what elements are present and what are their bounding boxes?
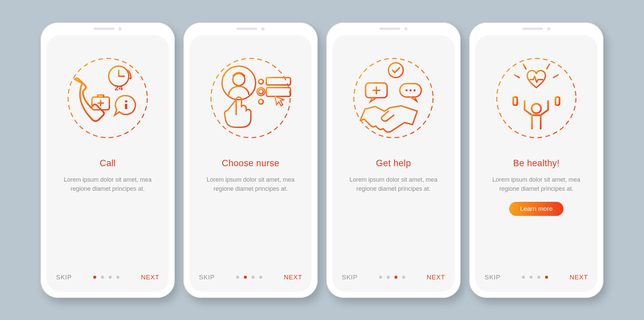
page-indicator	[93, 276, 119, 279]
screen-title: Choose nurse	[222, 158, 279, 169]
get-help-icon	[348, 53, 439, 143]
svg-text:24: 24	[115, 84, 123, 92]
page-dot	[244, 276, 247, 279]
page-dot	[387, 276, 390, 279]
svg-point-23	[414, 89, 416, 91]
svg-line-28	[515, 75, 519, 78]
svg-point-7	[222, 66, 256, 100]
camera-icon	[261, 27, 265, 31]
svg-point-18	[388, 63, 403, 78]
svg-point-8	[233, 74, 245, 86]
page-dot	[252, 276, 255, 279]
svg-point-21	[406, 89, 408, 91]
onboarding-navbar: SKIP NEXT	[199, 274, 302, 281]
screen-title: Be healthy!	[513, 158, 559, 169]
onboarding-screen-2: Choose nurse Lorem ipsum dolor sit amet,…	[190, 35, 312, 292]
phone-notch	[236, 27, 265, 31]
speaker-icon	[522, 28, 543, 30]
page-dot	[379, 276, 382, 279]
screen-description: Lorem ipsum dolor sit amet, mea regione …	[343, 175, 444, 194]
onboarding-screen-1: 24	[47, 35, 169, 292]
svg-rect-5	[125, 104, 127, 109]
onboarding-screen-4: Be healthy! Lorem ipsum dolor sit amet, …	[475, 35, 597, 292]
svg-line-27	[547, 64, 549, 69]
phone-frame: Choose nurse Lorem ipsum dolor sit amet,…	[183, 22, 318, 298]
next-button[interactable]: NEXT	[427, 274, 445, 281]
camera-icon	[547, 27, 550, 31]
page-dot	[109, 276, 112, 279]
onboarding-navbar: SKIP NEXT	[485, 274, 588, 281]
page-dot	[394, 276, 397, 279]
page-dot	[116, 276, 119, 279]
phone-frame: Be healthy! Lorem ipsum dolor sit amet, …	[469, 22, 603, 298]
svg-point-24	[497, 58, 576, 138]
skip-button[interactable]: SKIP	[342, 274, 358, 281]
svg-point-10	[259, 89, 263, 94]
screen-title: Get help	[376, 158, 411, 169]
next-button[interactable]: NEXT	[284, 274, 302, 281]
be-healthy-icon	[491, 53, 582, 143]
next-button[interactable]: NEXT	[570, 274, 588, 281]
screen-description: Lorem ipsum dolor sit amet, mea regione …	[200, 175, 301, 194]
page-indicator	[522, 276, 548, 279]
svg-point-9	[259, 79, 263, 84]
skip-button[interactable]: SKIP	[485, 274, 500, 281]
onboarding-navbar: SKIP NEXT	[56, 274, 159, 281]
svg-rect-14	[266, 88, 290, 96]
page-dot	[101, 276, 104, 279]
page-dot	[236, 276, 239, 279]
screen-description: Lorem ipsum dolor sit amet, mea regione …	[57, 175, 158, 194]
onboarding-navbar: SKIP NEXT	[342, 274, 445, 281]
page-dot	[545, 276, 548, 279]
onboarding-stage: 24	[41, 9, 603, 311]
svg-rect-13	[266, 78, 290, 85]
phone-notch	[379, 27, 408, 31]
learn-more-button[interactable]: Learn more	[509, 202, 563, 216]
camera-icon	[118, 27, 122, 31]
page-indicator	[379, 276, 405, 279]
choose-nurse-icon	[205, 53, 296, 143]
screen-description: Lorem ipsum dolor sit amet, mea regione …	[486, 175, 587, 194]
svg-point-4	[125, 100, 127, 102]
page-dot	[522, 276, 525, 279]
page-indicator	[236, 276, 262, 279]
phone-notch	[522, 27, 550, 31]
page-dot	[93, 276, 96, 279]
page-dot	[530, 276, 533, 279]
svg-point-12	[259, 99, 263, 104]
next-button[interactable]: NEXT	[141, 274, 159, 281]
phone-frame: Get help Lorem ipsum dolor sit amet, mea…	[326, 22, 461, 298]
svg-line-26	[523, 64, 526, 69]
speaker-icon	[236, 28, 257, 30]
skip-button[interactable]: SKIP	[199, 274, 215, 281]
call-icon: 24	[62, 53, 153, 143]
skip-button[interactable]: SKIP	[56, 274, 72, 281]
onboarding-screen-3: Get help Lorem ipsum dolor sit amet, mea…	[332, 35, 454, 292]
page-dot	[259, 276, 262, 279]
page-dot	[537, 276, 540, 279]
svg-point-35	[532, 104, 541, 113]
phone-notch	[94, 27, 122, 31]
camera-icon	[404, 27, 408, 31]
phone-frame: 24	[41, 22, 175, 298]
speaker-icon	[379, 28, 400, 30]
page-dot	[402, 276, 405, 279]
speaker-icon	[94, 28, 114, 30]
svg-line-29	[553, 75, 558, 78]
screen-title: Call	[100, 158, 116, 169]
svg-point-22	[410, 89, 412, 91]
